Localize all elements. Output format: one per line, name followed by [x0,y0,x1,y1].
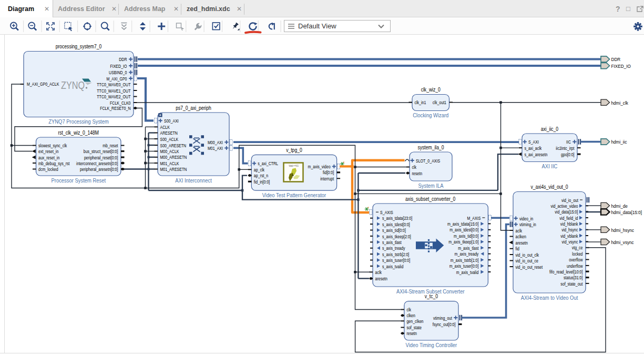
svg-text:vid_io_out_ce: vid_io_out_ce [516,258,538,263]
svg-text:FIXED_IO: FIXED_IO [110,64,127,69]
svg-text:S_AXIS: S_AXIS [380,210,393,215]
svg-text:Vivado™ HLS: Vivado™ HLS [289,165,299,167]
svg-text:m_axis_tvalid: m_axis_tvalid [456,270,479,275]
svg-text:iic2intc_irpt: iic2intc_irpt [556,146,575,151]
svg-text:ps7_0_axi_periph: ps7_0_axi_periph [176,105,211,111]
svg-text:v_axi4s_vid_out_0: v_axi4s_vid_out_0 [531,184,568,190]
svg-text:aux_reset_in: aux_reset_in [38,155,59,160]
svg-text:clk_out1: clk_out1 [433,100,446,105]
svg-text:sof_state_out: sof_state_out [560,281,583,287]
svg-text:s_axis_tvalid: s_axis_tvalid [382,264,403,269]
svg-text:peripheral_aresetn[0:0]: peripheral_aresetn[0:0] [80,167,118,172]
svg-text:hdmi_hsync: hdmi_hsync [611,227,635,233]
svg-text:aclk: aclk [516,228,523,234]
svg-text:clk: clk [406,307,411,312]
svg-text:AXI IIC: AXI IIC [542,163,558,169]
svg-text:Video Timing Controller: Video Timing Controller [406,342,457,348]
svg-text:system_ila_0: system_ila_0 [418,145,444,150]
svg-text:s_axi_aresetn: s_axi_aresetn [525,152,548,157]
svg-text:ARESETN: ARESETN [160,130,178,136]
svg-text:dcm_locked: dcm_locked [38,167,58,172]
svg-text:FCLK_RESET0_N: FCLK_RESET0_N [100,106,130,111]
svg-text:gpo[0:0]: gpo[0:0] [561,152,574,157]
svg-text:vid_hsync: vid_hsync [561,227,578,232]
svg-text:clk_wiz_0: clk_wiz_0 [421,87,441,93]
svg-text:M01_ACLK: M01_ACLK [160,161,179,166]
svg-text:status[31:0]: status[31:0] [564,275,582,280]
svg-text:S00_AXI: S00_AXI [164,118,179,124]
svg-text:M_AXIS: M_AXIS [467,216,481,221]
svg-text:axis_subset_converter_0: axis_subset_converter_0 [405,196,455,202]
svg-text:s_axis_tdata[23:0]: s_axis_tdata[23:0] [382,216,412,221]
svg-text:video_in: video_in [519,216,533,221]
svg-text:vtiming_in: vtiming_in [519,222,536,227]
svg-text:vid_data[15:0]: vid_data[15:0] [555,209,578,215]
svg-text:fifo_read_level[10:0]: fifo_read_level[10:0] [549,269,582,275]
svg-text:processing_system7_0: processing_system7_0 [56,44,102,49]
svg-text:TTC0_WAVE1_OUT: TTC0_WAVE1_OUT [97,88,131,94]
svg-text:s_axis_tstrb[2:0]: s_axis_tstrb[2:0] [382,252,409,257]
svg-text:ACLK: ACLK [160,125,170,130]
svg-text:s_axis_tdest[0:0]: s_axis_tdest[0:0] [382,222,410,227]
svg-text:M00_ACLK: M00_ACLK [160,149,179,154]
svg-text:vid_active_video: vid_active_video [551,204,578,209]
svg-text:ap_rst_n: ap_rst_n [254,173,268,178]
svg-text:ext_reset_in: ext_reset_in [38,149,58,154]
svg-text:AXI Interconnect: AXI Interconnect [175,177,212,184]
svg-text:rst_clk_wiz_0_148M: rst_clk_wiz_0_148M [58,130,99,136]
svg-text:fsync_out[0:0]: fsync_out[0:0] [433,322,456,327]
svg-text:axi_iic_0: axi_iic_0 [541,126,559,132]
svg-text:bus_struct_reset[0:0]: bus_struct_reset[0:0] [84,149,118,154]
svg-text:fid: fid [516,246,519,251]
svg-text:vid_io_out_clk: vid_io_out_clk [516,252,539,258]
svg-text:M_AXI_GP0: M_AXI_GP0 [106,76,127,82]
svg-text:gen_clken: gen_clken [406,319,423,324]
svg-text:resetn: resetn [412,171,423,176]
svg-text:m_axis_tlast: m_axis_tlast [458,246,479,251]
svg-text:aclken: aclken [516,234,526,239]
svg-text:s_axi_CTRL: s_axi_CTRL [258,161,278,166]
svg-text:m_axis_tdest[0:0]: m_axis_tdest[0:0] [449,227,478,232]
svg-text:aresetn: aresetn [516,240,528,246]
svg-text:s_axis_tid[0:0]: s_axis_tid[0:0] [382,228,406,233]
svg-text:clken: clken [406,313,415,318]
svg-text:fid[0:0]: fid[0:0] [323,170,334,175]
svg-text:DDR: DDR [611,56,621,62]
svg-text:m_axis_tid[0:0]: m_axis_tid[0:0] [454,234,478,239]
svg-text:SLOT_0_AXIS: SLOT_0_AXIS [416,158,440,164]
svg-text:s_axis_tready: s_axis_tready [382,246,405,251]
svg-text:vid_field_id: vid_field_id [559,216,578,221]
svg-text:FCLK_CLK0: FCLK_CLK0 [110,100,131,106]
svg-text:s_axis_tuser[0:0]: s_axis_tuser[0:0] [382,258,410,263]
svg-text:interconnect_aresetn[0:0]: interconnect_aresetn[0:0] [76,161,118,166]
svg-text:slowest_sync_clk: slowest_sync_clk [38,143,67,148]
svg-text:resetn: resetn [406,331,417,336]
svg-text:S_AXI: S_AXI [528,139,539,145]
svg-text:hdmi_vsync: hdmi_vsync [611,239,634,245]
svg-text:locked: locked [572,251,582,257]
svg-text:TTC0_WAVE0_OUT: TTC0_WAVE0_OUT [97,82,131,87]
svg-text:m_axis_tstrb[1:0]: m_axis_tstrb[1:0] [451,258,479,263]
svg-text:hdmi_data[15:0]: hdmi_data[15:0] [611,209,642,215]
svg-text:vid_hblank: vid_hblank [560,221,578,227]
svg-text:peripheral_reset[0:0]: peripheral_reset[0:0] [84,155,118,160]
svg-text:S00_ARESETN: S00_ARESETN [160,143,187,148]
svg-text:v_tc_0: v_tc_0 [425,293,438,299]
svg-text:M00_AXI: M00_AXI [208,140,223,145]
svg-text:aclk: aclk [375,270,382,275]
svg-text:mb_reset: mb_reset [103,143,118,148]
svg-text:aresetn: aresetn [375,276,388,281]
svg-text:System ILA: System ILA [418,182,444,189]
svg-text:clk_in1: clk_in1 [415,100,426,105]
svg-text:FIXED_IO: FIXED_IO [611,63,631,69]
svg-text:vid_vblank: vid_vblank [560,234,578,239]
svg-text:s_axis_tlast: s_axis_tlast [382,240,402,245]
svg-text:ZYNQ: ZYNQ [61,79,85,91]
svg-text:clk: clk [412,165,417,170]
svg-text:M01_AXI: M01_AXI [208,146,223,151]
svg-text:v_tpg_0: v_tpg_0 [286,147,302,153]
svg-text:DDR: DDR [119,57,127,62]
svg-text:m_axis_video: m_axis_video [308,164,331,169]
svg-text:M01_ARESETN: M01_ARESETN [160,167,187,172]
svg-text:TTC0_WAVE2_OUT: TTC0_WAVE2_OUT [97,94,131,99]
